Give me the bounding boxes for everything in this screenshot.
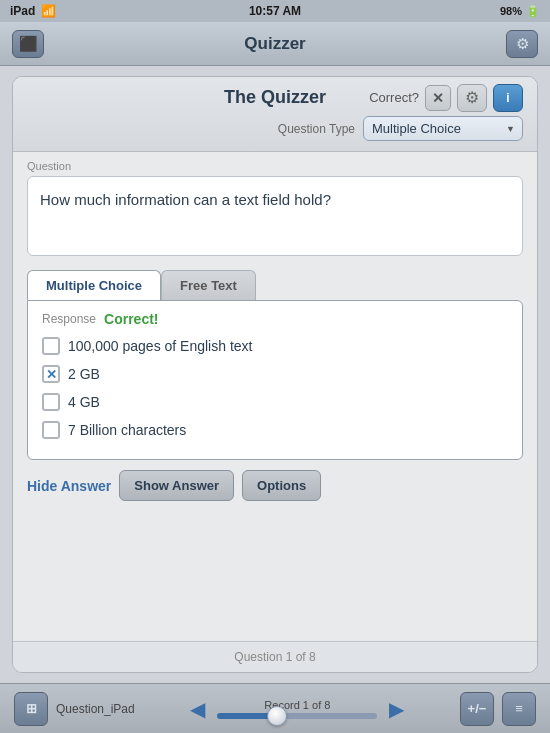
nav-title: Quizzer (244, 34, 305, 54)
correct-x-button[interactable]: ✕ (425, 85, 451, 111)
quizzer-card: The Quizzer Correct? ✕ ⚙ i Question Type (12, 76, 538, 673)
question-section: Question How much information can a text… (13, 152, 537, 264)
question-label: Question (27, 160, 523, 172)
battery-label: 98% (500, 5, 522, 17)
table-icon: ⊞ (26, 701, 37, 716)
list-button[interactable]: ≡ (502, 692, 536, 726)
checkbox-4[interactable] (42, 421, 60, 439)
question-status: Question 1 of 8 (234, 650, 315, 664)
main-content: The Quizzer Correct? ✕ ⚙ i Question Type (0, 66, 550, 683)
hide-answer-button[interactable]: Hide Answer (27, 478, 111, 494)
quizzer-header: The Quizzer Correct? ✕ ⚙ i Question Type (13, 77, 537, 152)
question-box: How much information can a text field ho… (27, 176, 523, 256)
choice-4[interactable]: 7 Billion characters (42, 421, 508, 439)
tab-multiple-choice[interactable]: Multiple Choice (27, 270, 161, 300)
tab-free-text[interactable]: Free Text (161, 270, 256, 300)
wifi-icon: 📶 (41, 4, 56, 18)
checkbox-1[interactable] (42, 337, 60, 355)
record-label: Question_iPad (56, 702, 135, 716)
mc-content: Response Correct! 100,000 pages of Engli… (27, 300, 523, 460)
tabs: Multiple Choice Free Text (27, 270, 523, 300)
options-button[interactable]: Options (242, 470, 321, 501)
tab-multiple-choice-label: Multiple Choice (46, 278, 142, 293)
quizzer-title: The Quizzer (224, 87, 326, 108)
response-status: Correct! (104, 311, 158, 327)
spacer (13, 511, 537, 641)
battery-icon: 🔋 (526, 5, 540, 18)
settings-button[interactable]: ⚙ (457, 84, 487, 112)
info-icon: i (506, 91, 509, 105)
quizzer-title-row: The Quizzer Correct? ✕ ⚙ i (27, 87, 523, 108)
bottom-center: ◀ Record 1 of 8 ▶ (186, 697, 408, 721)
response-row: Response Correct! (42, 311, 508, 327)
nav-bar: ⬛ Quizzer ⚙ (0, 22, 550, 66)
progress-slider[interactable] (217, 713, 377, 719)
tab-free-text-label: Free Text (180, 278, 237, 293)
bottom-right: +/− ≡ (460, 692, 536, 726)
back-button[interactable]: ⬛ (12, 30, 44, 58)
progress-section: Record 1 of 8 (217, 699, 377, 719)
progress-thumb[interactable] (267, 706, 287, 726)
choice-3[interactable]: 4 GB (42, 393, 508, 411)
response-label: Response (42, 312, 96, 326)
correct-section: Correct? ✕ ⚙ i (369, 84, 523, 112)
status-left: iPad 📶 (10, 4, 56, 18)
choice-2-label: 2 GB (68, 366, 100, 382)
prev-arrow-button[interactable]: ◀ (186, 697, 209, 721)
answer-row: Hide Answer Show Answer Options (13, 460, 537, 511)
question-type-row: Question Type Multiple Choice Free Text (27, 116, 523, 141)
question-type-select-wrapper[interactable]: Multiple Choice Free Text (363, 116, 523, 141)
footer-status: Question 1 of 8 (13, 641, 537, 672)
choice-1-label: 100,000 pages of English text (68, 338, 252, 354)
ipad-label: iPad (10, 4, 35, 18)
status-right: 98% 🔋 (500, 5, 540, 18)
bottom-left: ⊞ Question_iPad (14, 692, 135, 726)
next-arrow-button[interactable]: ▶ (385, 697, 408, 721)
choice-2[interactable]: ✕ 2 GB (42, 365, 508, 383)
x-icon: ✕ (432, 90, 444, 106)
bottom-bar: ⊞ Question_iPad ◀ Record 1 of 8 ▶ +/− ≡ (0, 683, 550, 733)
check-x-icon: ✕ (46, 368, 57, 381)
status-time: 10:57 AM (249, 4, 301, 18)
choice-1[interactable]: 100,000 pages of English text (42, 337, 508, 355)
checkbox-2[interactable]: ✕ (42, 365, 60, 383)
bottom-left-icon-button[interactable]: ⊞ (14, 692, 48, 726)
list-icon: ≡ (515, 701, 523, 716)
status-bar: iPad 📶 10:57 AM 98% 🔋 (0, 0, 550, 22)
show-answer-button[interactable]: Show Answer (119, 470, 234, 501)
gear-button[interactable]: ⚙ (506, 30, 538, 58)
tabs-section: Multiple Choice Free Text (13, 270, 537, 300)
gear-icon: ⚙ (516, 35, 529, 53)
info-button[interactable]: i (493, 84, 523, 112)
question-type-select[interactable]: Multiple Choice Free Text (363, 116, 523, 141)
correct-label: Correct? (369, 90, 419, 105)
question-type-label: Question Type (278, 122, 355, 136)
choice-3-label: 4 GB (68, 394, 100, 410)
back-icon: ⬛ (19, 35, 38, 53)
choice-4-label: 7 Billion characters (68, 422, 186, 438)
checkbox-3[interactable] (42, 393, 60, 411)
plus-minus-button[interactable]: +/− (460, 692, 494, 726)
settings-icon: ⚙ (465, 88, 479, 107)
plus-minus-icon: +/− (468, 701, 487, 716)
question-text: How much information can a text field ho… (40, 191, 331, 208)
